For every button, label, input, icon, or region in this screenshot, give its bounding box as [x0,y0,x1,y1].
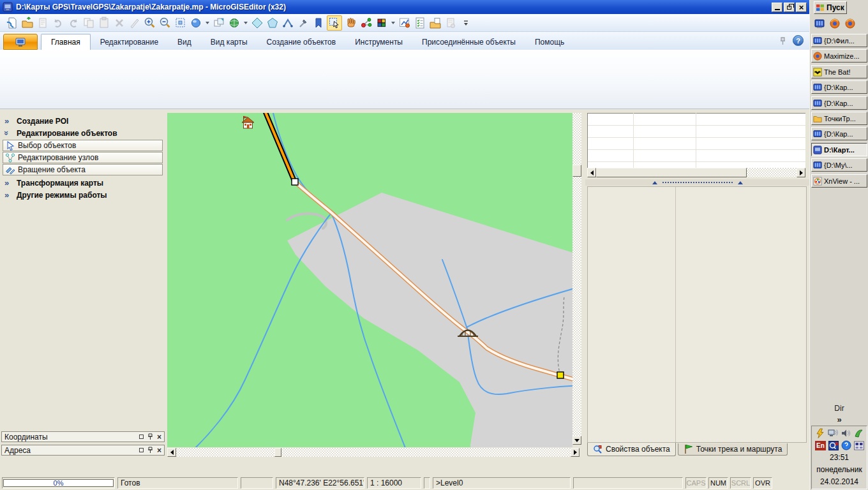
sidebar-section-create-poi[interactable]: Создание POI [0,115,165,127]
taskbar-button-3[interactable]: The Bat! [811,65,867,78]
antivirus-icon[interactable] [853,428,864,438]
map-vertical-scrollbar[interactable] [572,113,581,445]
sidebar-item-select-objects[interactable]: Выбор объектов [3,140,163,151]
sidebar-section-other-modes[interactable]: Другие режимы работы [0,189,165,201]
taskbar-button-microgis-active[interactable]: D:\Карт... [811,143,867,156]
restore-button[interactable] [784,3,795,12]
chart-button[interactable] [398,16,411,29]
sphere-view-button[interactable] [189,16,202,29]
polyline-tool-button[interactable] [250,16,264,29]
deskband-expand-chevron[interactable]: » [810,415,868,424]
pin-panel-icon[interactable] [147,433,153,440]
file-manager-icon[interactable] [854,441,864,450]
map-horizontal-scrollbar[interactable] [167,448,580,457]
network-monitor-icon[interactable] [828,428,838,438]
taskbar-button-10[interactable]: XnView - ... [811,174,867,188]
open-folder-button[interactable] [20,16,34,29]
volume-icon[interactable] [841,428,851,438]
scroll-left-button[interactable] [167,448,176,457]
redo-button[interactable] [66,16,80,29]
zoom-in-button[interactable] [143,16,156,29]
polygon-tool-button[interactable] [266,16,279,29]
cube-3d-dropdown[interactable] [390,16,396,29]
taskbar-button-5[interactable]: {D:\Кар... [811,96,867,110]
scroll-down-button[interactable] [572,436,581,445]
tab-track-route-points[interactable]: Точки трека и маршрута [678,443,788,456]
horizontal-scroll-thumb[interactable] [274,448,281,457]
firefox-icon[interactable] [830,19,840,29]
switcher-icon[interactable] [828,441,839,450]
pin-panel-icon[interactable] [147,447,153,454]
attach-objects-button[interactable] [428,16,442,29]
close-panel-icon[interactable] [157,433,161,442]
window-titlebar[interactable]: D:\Карты GPS\TravelGPS\Zakarpatje\Zakarp… [0,0,809,14]
pan-tool-button[interactable] [344,16,357,29]
nodes-tool-button[interactable] [359,16,373,29]
taskbar-button-6[interactable]: ТочкиТр... [811,112,867,125]
track-points-table[interactable] [587,113,805,168]
tab-redaktirovanie[interactable]: Редактирование [91,35,168,50]
road-start-node[interactable] [292,179,298,185]
power-lightning-icon[interactable] [815,428,825,438]
panel-splitter[interactable] [585,179,809,186]
taskbar-button-9[interactable]: {D:\My\... [811,158,867,172]
report-button[interactable] [444,16,457,29]
vertical-scroll-thumb[interactable] [572,165,581,177]
sidebar-item-rotate-object[interactable]: Вращение объекта [3,164,163,175]
checklist-button[interactable] [413,16,426,29]
taskbar-button-1[interactable]: {D:\Фил... [811,34,867,47]
object-properties-pane[interactable] [587,186,807,443]
bookmark-tool-button[interactable] [311,16,325,29]
road-end-node[interactable] [557,372,564,378]
language-indicator[interactable]: En [815,441,826,450]
cube-3d-button[interactable] [375,16,388,29]
paste-button[interactable] [97,16,110,29]
tab-sozdanie-obektov[interactable]: Создание объектов [257,35,346,50]
sidebar-item-edit-nodes[interactable]: Редактирование узлов [3,152,163,163]
table-scroll-thumb[interactable] [596,168,747,177]
firefox-icon[interactable] [845,19,855,29]
web-map-dropdown[interactable] [243,16,248,29]
map-editor-icon[interactable] [814,19,825,29]
delete-button[interactable] [112,16,126,29]
sidebar-section-edit-objects[interactable]: Редактирование объектов [0,127,165,139]
tab-instrumenty[interactable]: Инструменты [345,35,412,50]
taskbar-button-4[interactable]: {D:\Кар... [811,80,867,94]
undo-button[interactable] [51,16,64,29]
copy-button[interactable] [82,16,95,29]
application-menu-button[interactable] [3,34,38,50]
toolbar-overflow-button[interactable] [459,16,472,29]
tab-glavnaya[interactable]: Главная [41,34,91,50]
update-shield-icon[interactable] [841,440,851,450]
save-button[interactable] [36,16,49,29]
angle-tool-button[interactable] [281,16,294,29]
close-panel-icon[interactable] [157,446,161,455]
float-panel-icon[interactable] [139,448,144,452]
sidebar-section-map-transform[interactable]: Трансформация карты [0,177,165,189]
tab-object-properties[interactable]: Свойства объекта [587,443,676,456]
sphere-view-dropdown[interactable] [204,16,210,29]
ribbon-pin-button[interactable] [778,36,788,48]
table-horizontal-scrollbar[interactable] [587,168,805,177]
zoom-out-button[interactable] [158,16,172,29]
scroll-right-button[interactable] [797,168,805,177]
draw-button[interactable] [128,16,141,29]
taskbar-button-7[interactable]: {D:\Кар... [811,127,867,140]
tab-pomosch[interactable]: Помощь [525,35,574,50]
tab-vid[interactable]: Вид [168,35,201,50]
taskbar-button-2[interactable]: Maximize... [811,49,867,63]
import-map-button[interactable] [5,16,19,29]
scroll-left-button[interactable] [587,168,596,177]
zoom-extent-button[interactable] [174,16,187,29]
coordinates-panel-bar[interactable]: Координаты [1,431,165,442]
map-canvas[interactable] [167,113,572,447]
layers-button[interactable] [212,16,225,29]
scroll-right-button[interactable] [571,448,580,457]
web-map-button[interactable] [227,16,241,29]
deskband-dir-label[interactable]: Dir [810,404,868,413]
addresses-panel-bar[interactable]: Адреса [1,445,165,456]
float-panel-icon[interactable] [139,434,144,439]
minimize-button[interactable] [772,3,782,12]
close-button[interactable] [796,3,807,12]
tab-vid-karty[interactable]: Вид карты [201,35,257,50]
